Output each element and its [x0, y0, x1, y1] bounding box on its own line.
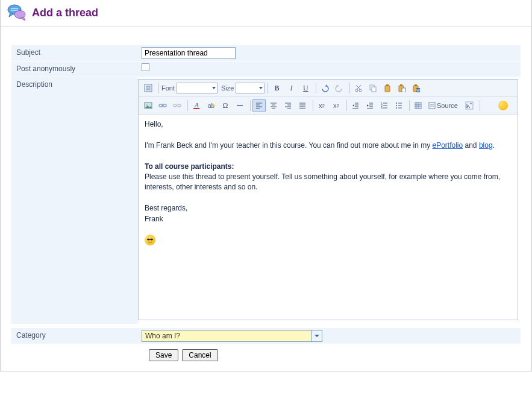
equation-button[interactable] — [463, 99, 476, 112]
text-color-button[interactable]: A — [190, 99, 203, 112]
unordered-list-button[interactable] — [392, 99, 405, 112]
svg-rect-20 — [415, 84, 417, 86]
size-label: Size — [221, 84, 234, 92]
page-header: Add a thread — [1, 0, 531, 27]
svg-rect-5 — [146, 86, 151, 87]
row-category: Category Who am I? — [11, 328, 521, 344]
bg-color-button[interactable]: ab — [204, 99, 217, 112]
svg-rect-15 — [386, 84, 389, 86]
page-title: Add a thread — [32, 7, 98, 19]
svg-rect-17 — [400, 84, 402, 86]
svg-rect-28 — [174, 104, 177, 107]
category-select[interactable]: Who am I? — [142, 330, 322, 342]
indent-button[interactable] — [363, 99, 377, 112]
form-area: Subject Post anonymously Description — [1, 27, 531, 361]
svg-rect-6 — [146, 87, 151, 89]
cancel-button[interactable]: Cancel — [182, 349, 217, 361]
thread-icon — [7, 4, 27, 22]
svg-rect-13 — [372, 87, 376, 92]
row-subject: Subject — [11, 45, 521, 62]
outdent-button[interactable] — [349, 99, 362, 112]
link-blog[interactable]: blog — [479, 141, 493, 150]
paste-button[interactable] — [381, 81, 394, 95]
editor-toolbar-2: A ab Ω x2 x2 — [139, 97, 518, 115]
paste-text-button[interactable] — [395, 81, 408, 95]
label-category: Category — [11, 328, 138, 343]
svg-point-80 — [147, 239, 150, 241]
unlink-button[interactable] — [171, 99, 184, 112]
subscript-button[interactable]: x2 — [315, 99, 328, 112]
editor-toolbar-1: Font Size B I U — [139, 80, 518, 97]
body-intro: I'm Frank Beck and I'm your teacher in t… — [145, 141, 512, 151]
align-center-button[interactable] — [267, 99, 280, 112]
font-combo[interactable] — [177, 83, 217, 93]
size-combo[interactable] — [236, 83, 264, 93]
superscript-button[interactable]: x2 — [330, 99, 343, 112]
svg-rect-7 — [146, 89, 151, 90]
underline-button[interactable]: U — [299, 81, 312, 95]
svg-text:3: 3 — [381, 106, 383, 110]
align-justify-button[interactable] — [296, 99, 309, 112]
svg-rect-75 — [429, 103, 435, 109]
source-button[interactable]: Source — [426, 99, 462, 112]
select-all-icon[interactable] — [142, 81, 155, 95]
font-label: Font — [161, 84, 175, 92]
svg-rect-14 — [385, 86, 390, 92]
svg-point-66 — [396, 107, 397, 109]
svg-rect-29 — [178, 104, 181, 107]
svg-rect-70 — [415, 103, 421, 109]
body-para2: Please use this thread to present yourse… — [145, 172, 512, 193]
subject-input[interactable] — [142, 47, 236, 59]
svg-point-65 — [396, 105, 397, 106]
paste-word-button[interactable]: W — [410, 81, 423, 95]
save-button[interactable]: Save — [149, 349, 178, 361]
svg-rect-31 — [193, 108, 199, 109]
svg-text:W: W — [417, 89, 421, 92]
svg-point-81 — [150, 239, 153, 241]
label-anonymous: Post anonymously — [11, 62, 138, 76]
image-button[interactable] — [142, 99, 155, 112]
svg-line-10 — [357, 85, 361, 89]
align-right-button[interactable] — [281, 99, 295, 112]
ordered-list-button[interactable]: 123 — [378, 99, 391, 112]
cool-emoji-icon — [145, 235, 155, 245]
row-description: Description Font Size — [11, 77, 521, 324]
copy-button[interactable] — [366, 81, 380, 95]
footer-buttons: Save Cancel — [11, 344, 521, 361]
svg-point-64 — [396, 103, 397, 104]
svg-point-9 — [359, 89, 361, 92]
link-eportfolio[interactable]: ePortfolio — [432, 141, 463, 150]
label-description: Description — [11, 77, 138, 324]
italic-button[interactable]: I — [284, 81, 298, 95]
hr-button[interactable] — [233, 99, 246, 112]
svg-line-11 — [356, 85, 360, 89]
body-greeting: Hello, — [145, 119, 512, 130]
page-container: Add a thread Subject Post anonymously De… — [0, 0, 532, 371]
align-left-button[interactable] — [252, 99, 266, 112]
editor-body[interactable]: Hello, I'm Frank Beck and I'm your teach… — [139, 115, 518, 320]
smiley-button[interactable] — [496, 99, 510, 112]
redo-button[interactable] — [333, 81, 346, 95]
category-value: Who am I? — [142, 332, 311, 340]
row-anonymous: Post anonymously — [11, 62, 521, 77]
cut-button[interactable] — [352, 81, 365, 95]
svg-text:A: A — [194, 101, 199, 109]
symbol-button[interactable]: Ω — [219, 99, 232, 112]
body-regards1: Best regards, — [145, 203, 512, 213]
svg-point-8 — [355, 89, 358, 92]
table-button[interactable] — [412, 99, 425, 112]
body-regards2: Frank — [145, 214, 512, 224]
link-button[interactable] — [156, 99, 169, 112]
rich-text-editor: Font Size B I U — [138, 79, 518, 320]
anonymous-checkbox[interactable] — [142, 63, 149, 71]
undo-button[interactable] — [318, 81, 331, 95]
bold-button[interactable]: B — [270, 81, 283, 95]
svg-rect-18 — [402, 88, 405, 92]
label-subject: Subject — [11, 45, 138, 60]
chevron-down-icon — [311, 330, 322, 341]
body-bold-heading: To all course participants: — [145, 162, 512, 172]
